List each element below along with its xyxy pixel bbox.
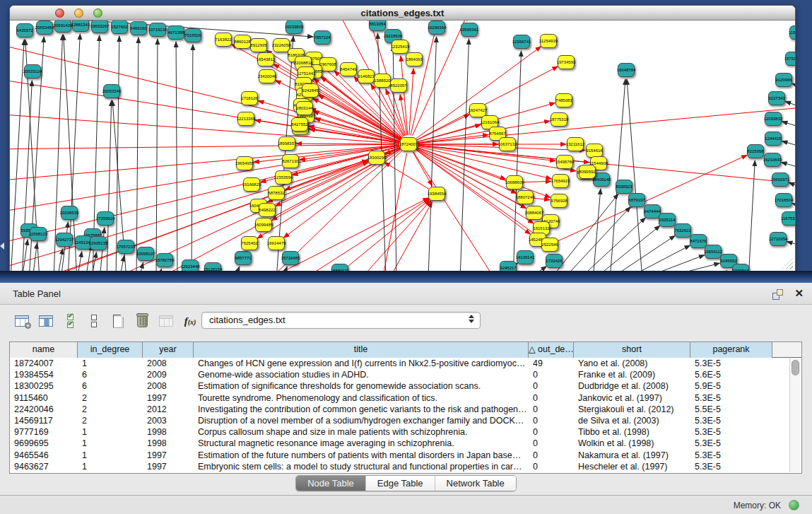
cell-pagerank[interactable]: 5.3E-5: [690, 461, 772, 472]
create-table-icon[interactable]: [107, 311, 129, 331]
table-row[interactable]: 1872400712008Changes of HCN gene express…: [10, 358, 789, 369]
table-row[interactable]: 977716911998Corpus callosum shape and si…: [10, 426, 789, 438]
cell-pagerank[interactable]: 5.3E-5: [690, 358, 772, 369]
cell-short[interactable]: Franke et al. (2009): [574, 369, 690, 380]
graph-node[interactable]: 16210643: [764, 153, 781, 167]
graph-node[interactable]: 1733426: [546, 254, 563, 268]
graph-edge[interactable]: [10, 144, 399, 149]
graph-node[interactable]: 2803144: [296, 101, 313, 115]
graph-edge[interactable]: [313, 99, 401, 141]
graph-node[interactable]: 16099489: [255, 218, 272, 232]
cell-in_degree[interactable]: 1: [78, 426, 143, 438]
graph-node[interactable]: 9756928: [551, 194, 567, 208]
graph-node[interactable]: 1244415: [765, 132, 782, 146]
cell-short[interactable]: Wolkin et al. (1998): [574, 438, 690, 449]
table-row[interactable]: 969969511998Structural magnetic resonanc…: [10, 438, 789, 449]
graph-node[interactable]: 17957233: [117, 240, 134, 254]
graph-node[interactable]: 9227343: [768, 91, 785, 105]
cell-in_degree[interactable]: 2: [78, 392, 143, 404]
table-row[interactable]: 911546021997Tourette syndrome. Phenomeno…: [10, 392, 789, 404]
graph-node[interactable]: 8454749: [340, 62, 357, 76]
graph-node[interactable]: 19654955: [236, 156, 253, 170]
graph-node[interactable]: 10637132: [499, 137, 516, 151]
cell-short[interactable]: de Silva et al. (2003): [574, 415, 690, 426]
cell-name[interactable]: 9115460: [10, 392, 78, 404]
cell-title[interactable]: Investigating the contribution of common…: [194, 404, 529, 415]
network-canvas[interactable]: 9435572205534842069140612881341106532671…: [10, 21, 795, 271]
split-divider[interactable]: [0, 271, 812, 283]
graph-node[interactable]: 8860128: [234, 35, 251, 49]
graph-node[interactable]: 16296364: [428, 21, 445, 35]
graph-node[interactable]: 8912935: [250, 38, 267, 52]
cell-name[interactable]: 18724007: [10, 358, 78, 369]
cell-year[interactable]: 1997: [143, 461, 194, 472]
graph-node[interactable]: 18300295: [368, 151, 385, 165]
graph-node[interactable]: 9146821: [358, 69, 375, 83]
graph-edge[interactable]: [10, 146, 399, 213]
graph-node[interactable]: 2935114: [659, 213, 676, 227]
graph-node[interactable]: 16914479: [268, 236, 285, 250]
graph-node[interactable]: 12093832: [765, 112, 782, 126]
cell-in_degree[interactable]: 2: [78, 404, 143, 415]
cell-in_degree[interactable]: 2: [78, 415, 143, 426]
graph-edge[interactable]: [593, 226, 660, 271]
graph-node[interactable]: 23420046: [259, 69, 276, 83]
table-row[interactable]: 1938455462009Genome-wide association stu…: [10, 369, 789, 380]
cell-name[interactable]: 9465546: [10, 450, 78, 461]
cell-pagerank[interactable]: 5.6E-5: [690, 369, 772, 380]
cell-out_de[interactable]: 0: [529, 426, 574, 438]
graph-edge[interactable]: [77, 252, 82, 271]
graph-node[interactable]: 8427552: [291, 117, 308, 132]
cell-year[interactable]: 1997: [143, 392, 194, 404]
graph-node[interactable]: 20206535: [61, 206, 78, 220]
graph-node[interactable]: 17016504: [775, 193, 792, 207]
graph-node[interactable]: 16543812: [257, 52, 274, 66]
graph-node[interactable]: 12325419: [392, 40, 408, 54]
cell-name[interactable]: 18300295: [10, 380, 78, 392]
cell-out_de[interactable]: 0: [529, 380, 574, 392]
graph-node[interactable]: 19166825: [243, 177, 260, 192]
cell-in_degree[interactable]: 1: [78, 461, 143, 472]
cell-name[interactable]: 9463627: [10, 461, 78, 472]
table-row[interactable]: 1830029562008Estimation of significance …: [10, 380, 789, 392]
graph-node[interactable]: 19565361: [461, 23, 478, 37]
cell-short[interactable]: Jankovic et al. (1997): [574, 392, 690, 404]
cell-pagerank[interactable]: 5.3E-5: [690, 392, 772, 404]
graph-edge[interactable]: [305, 199, 429, 271]
column-header-in_degree[interactable]: in_degree: [78, 342, 143, 358]
graph-node[interactable]: 7485083: [555, 93, 572, 107]
float-panel-button[interactable]: [772, 288, 784, 300]
cell-out_de[interactable]: 0: [529, 404, 574, 415]
cell-out_de[interactable]: 0: [529, 450, 574, 461]
cell-short[interactable]: Stergiakouli et al. (2012): [574, 404, 690, 415]
graph-node[interactable]: 18807249: [517, 190, 534, 204]
cell-short[interactable]: Nakamura et al. (1997): [574, 450, 690, 461]
delete-table-icon[interactable]: [131, 311, 153, 331]
graph-edge[interactable]: [384, 163, 429, 189]
graph-node[interactable]: 18724007: [400, 137, 417, 151]
cell-title[interactable]: Embryonic stem cells: a model to study s…: [194, 461, 529, 472]
graph-node[interactable]: 6879197: [628, 193, 645, 207]
column-header-pagerank[interactable]: pagerank: [690, 342, 772, 358]
graph-edge[interactable]: [107, 100, 112, 271]
cell-out_de[interactable]: 0: [529, 392, 574, 404]
graph-node[interactable]: 7632621: [674, 223, 691, 238]
graph-edge[interactable]: [412, 21, 467, 136]
cell-in_degree[interactable]: 1: [78, 358, 143, 369]
cell-out_de[interactable]: 0: [529, 461, 574, 472]
function-builder-icon[interactable]: f(x): [180, 311, 201, 331]
graph-edge[interactable]: [639, 255, 705, 271]
graph-edge[interactable]: [411, 21, 439, 135]
graph-node[interactable]: 10958107: [137, 247, 154, 261]
graph-node[interactable]: 12710354: [770, 232, 787, 246]
cell-in_degree[interactable]: 6: [78, 380, 143, 392]
graph-edge[interactable]: [789, 182, 795, 190]
graph-node[interactable]: 13211612: [567, 137, 584, 151]
graph-node[interactable]: 15751074: [785, 52, 795, 66]
graph-node[interactable]: 11675311: [782, 211, 795, 226]
graph-edge[interactable]: [787, 242, 795, 248]
graph-edge[interactable]: [792, 83, 795, 91]
cell-short[interactable]: Hescheler et al. (1997): [574, 461, 690, 472]
cell-in_degree[interactable]: 1: [78, 450, 143, 461]
graph-node[interactable]: 7625402: [241, 236, 258, 250]
